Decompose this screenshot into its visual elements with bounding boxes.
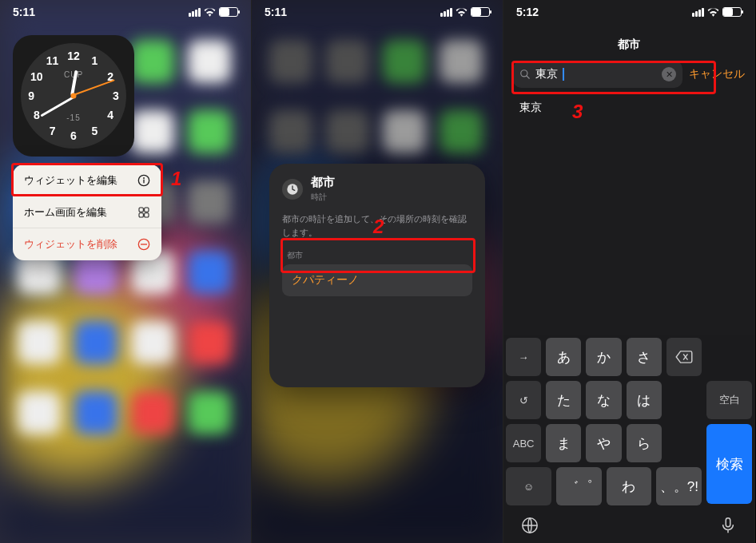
battery-icon (471, 7, 490, 17)
status-bar: 5:11 (0, 0, 251, 24)
clock-temp: -15 (66, 113, 80, 122)
key-dakuten[interactable]: ゛゜ (556, 467, 602, 505)
wifi-icon (204, 7, 216, 17)
japanese-kana-keyboard: → あ か さ ↺ た な は ABC ま (503, 335, 754, 543)
globe-icon[interactable] (521, 517, 539, 534)
svg-line-11 (527, 76, 530, 79)
key-ya[interactable]: や (586, 424, 621, 462)
clock-icon (282, 179, 303, 200)
key-backspace[interactable] (666, 338, 702, 376)
clock-widget[interactable]: CUP -15 12 1 2 3 4 5 6 7 8 9 10 11 (13, 35, 134, 157)
search-icon (519, 69, 531, 80)
search-input-value: 東京 (535, 67, 558, 81)
battery-icon (219, 7, 238, 17)
key-search[interactable]: 検索 (706, 424, 752, 504)
signal-icon (189, 8, 201, 17)
menu-remove-widget-label: ウィジェットを削除 (24, 237, 117, 252)
key-undo[interactable]: ↺ (506, 381, 541, 419)
svg-rect-3 (139, 208, 143, 212)
screen-3-city-search: 5:12 都市 東京 ✕ キャンセル 東京 3 → (503, 0, 755, 543)
city-field-value: クパティーノ (292, 273, 359, 287)
key-ra[interactable]: ら (627, 424, 662, 462)
svg-rect-5 (139, 212, 143, 216)
edit-widget-city-sheet: 都市 時計 都市の時計を追加して、その場所の時刻を確認します。 都市 クパティー… (269, 164, 485, 387)
cancel-button[interactable]: キャンセル (689, 67, 745, 81)
key-emoji[interactable]: ☺ (506, 467, 551, 505)
second-hand (73, 80, 114, 96)
annotation-number-3: 3 (572, 101, 583, 123)
backspace-icon (675, 351, 693, 363)
status-time: 5:11 (265, 6, 287, 18)
svg-rect-8 (141, 244, 147, 244)
status-time: 5:11 (13, 6, 35, 18)
sheet-subtitle: 時計 (311, 192, 335, 203)
key-ta[interactable]: た (546, 381, 581, 419)
svg-rect-4 (145, 208, 149, 212)
city-field-label: 都市 (287, 250, 472, 261)
menu-edit-homescreen[interactable]: ホーム画面を編集 (13, 196, 161, 228)
svg-rect-13 (726, 518, 730, 527)
key-ka[interactable]: か (586, 338, 621, 376)
info-icon (137, 174, 150, 187)
key-abc[interactable]: ABC (506, 424, 541, 462)
annotation-number-2: 2 (373, 216, 384, 238)
search-result-row[interactable]: 東京 (503, 88, 754, 128)
text-cursor (563, 68, 564, 81)
key-ma[interactable]: ま (546, 424, 581, 462)
key-a[interactable]: あ (546, 338, 581, 376)
signal-icon (692, 8, 704, 17)
mic-icon[interactable] (719, 517, 737, 534)
page-title: 都市 (503, 29, 754, 61)
sheet-title: 都市 (311, 175, 335, 190)
key-punct[interactable]: 、。?! (656, 467, 702, 505)
status-time: 5:12 (516, 6, 539, 18)
remove-icon (137, 238, 150, 251)
key-wa[interactable]: わ (607, 467, 652, 505)
svg-rect-2 (143, 179, 144, 183)
status-bar: 5:11 (252, 0, 503, 24)
wifi-icon (707, 7, 719, 17)
key-ha[interactable]: は (627, 381, 662, 419)
wifi-icon (456, 7, 468, 17)
city-field[interactable]: クパティーノ (282, 264, 472, 296)
key-na[interactable]: な (586, 381, 621, 419)
key-space[interactable]: 空白 (706, 381, 752, 419)
status-bar: 5:12 (503, 0, 754, 24)
annotation-number-1: 1 (171, 168, 181, 190)
widget-context-menu: ウィジェットを編集 ホーム画面を編集 ウィジェットを削除 (13, 164, 161, 260)
signal-icon (440, 8, 452, 17)
screen-1-widget-context-menu: 5:11 CUP -15 12 1 2 3 4 5 6 7 8 9 10 11 (0, 0, 252, 543)
svg-point-1 (143, 177, 145, 179)
key-arrow[interactable]: → (506, 338, 541, 376)
menu-edit-homescreen-label: ホーム画面を編集 (24, 205, 107, 220)
clear-search-button[interactable]: ✕ (662, 67, 676, 81)
search-field[interactable]: 東京 ✕ (513, 61, 682, 88)
screen-2-edit-widget-sheet: 5:11 都市 時計 都市の時計を追加して、その場所の時刻を確認します。 都市 … (252, 0, 503, 543)
key-sa[interactable]: さ (627, 338, 662, 376)
battery-icon (722, 7, 742, 17)
menu-remove-widget[interactable]: ウィジェットを削除 (13, 228, 161, 260)
apps-icon (137, 206, 150, 219)
svg-rect-6 (145, 212, 149, 216)
menu-edit-widget[interactable]: ウィジェットを編集 (13, 164, 161, 196)
menu-edit-widget-label: ウィジェットを編集 (24, 173, 117, 188)
